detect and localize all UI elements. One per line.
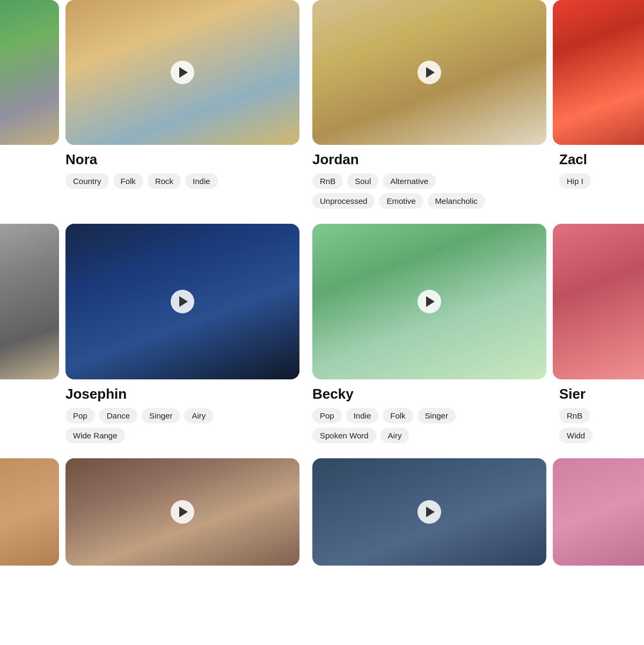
tag[interactable]: Singer — [418, 408, 456, 423]
tag[interactable]: Country — [65, 173, 109, 189]
tag-melancholic[interactable]: Melancholic — [428, 193, 485, 209]
tags-josephin-row1: Pop Dance Singer Airy — [65, 408, 299, 423]
artist-name-zach: Zacl — [553, 151, 644, 168]
tags-jordan-row2: Unprocessed Emotive Melancholic — [312, 193, 546, 209]
play-button-jordan[interactable] — [418, 61, 441, 84]
tags-siera-row2: Widd — [553, 428, 644, 443]
tag[interactable]: Airy — [184, 408, 213, 423]
tag[interactable]: Indie — [185, 173, 218, 189]
tag[interactable]: Wide Range — [65, 428, 125, 443]
tag[interactable]: Airy — [380, 428, 409, 443]
tag[interactable]: Indie — [346, 408, 379, 423]
artist-name-siera: Sier — [553, 386, 644, 402]
tag[interactable]: RnB — [559, 408, 590, 423]
play-button-row3b[interactable] — [418, 500, 441, 524]
artist-name-becky: Becky — [312, 386, 546, 402]
tag[interactable]: Folk — [113, 173, 143, 189]
play-button-josephin[interactable] — [171, 290, 194, 313]
tag[interactable]: Alternative — [383, 173, 436, 189]
play-button-nora[interactable] — [171, 61, 194, 84]
tags-jordan-row1: RnB Soul Alternative — [312, 173, 546, 189]
tag[interactable]: Dance — [99, 408, 137, 423]
tag[interactable]: Singer — [142, 408, 180, 423]
play-button-becky[interactable] — [418, 290, 441, 313]
tag[interactable]: Hip I — [559, 173, 591, 189]
tag[interactable]: Soul — [347, 173, 378, 189]
play-button-row3a[interactable] — [171, 500, 194, 524]
tag[interactable]: Folk — [383, 408, 413, 423]
tag[interactable]: Pop — [65, 408, 95, 423]
tag[interactable]: Rock — [148, 173, 181, 189]
tags-becky-row2: Spoken Word Airy — [312, 428, 546, 443]
tags-zach: Hip I — [553, 173, 644, 189]
tag-emotive[interactable]: Emotive — [379, 193, 423, 209]
artist-name-josephin: Josephin — [65, 386, 299, 402]
tag[interactable]: Widd — [559, 428, 592, 443]
tag-unprocessed[interactable]: Unprocessed — [312, 193, 375, 209]
tags-josephin-row2: Wide Range — [65, 428, 299, 443]
artist-name-nora: Nora — [65, 151, 299, 168]
artist-name-jordan: Jordan — [312, 151, 546, 168]
tags-nora: Country Folk Rock Indie — [65, 173, 299, 189]
tags-becky-row1: Pop Indie Folk Singer — [312, 408, 546, 423]
tag[interactable]: Spoken Word — [312, 428, 376, 443]
tag[interactable]: Pop — [312, 408, 342, 423]
tag[interactable]: RnB — [312, 173, 343, 189]
tags-siera-row1: RnB — [553, 408, 644, 423]
